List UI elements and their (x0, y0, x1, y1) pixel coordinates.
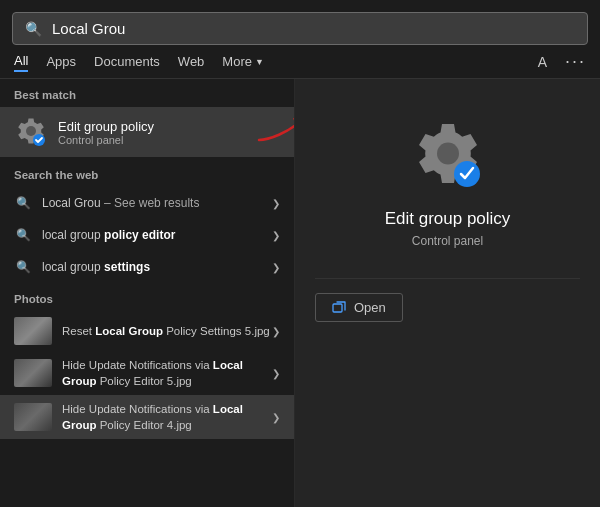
best-match-item[interactable]: Edit group policy Control panel (0, 107, 294, 157)
right-panel-subtitle: Control panel (412, 234, 483, 248)
tab-all[interactable]: All (14, 51, 28, 72)
web-query-1: Local Grou (42, 196, 101, 210)
tab-web[interactable]: Web (178, 54, 205, 69)
best-match-text: Edit group policy Control panel (58, 119, 280, 146)
best-match-section: Best match Edit gr (0, 87, 294, 157)
photo-thumb-1 (14, 317, 52, 345)
open-button[interactable]: Open (315, 293, 403, 322)
right-panel: Edit group policy Control panel Open (295, 79, 600, 507)
search-web-icon-1: 🔍 (14, 194, 32, 212)
photo-arrow-2: ❯ (272, 368, 280, 379)
photo-text-1: Reset Local Group Policy Settings 5.jpg (62, 323, 272, 339)
tab-apps[interactable]: Apps (46, 52, 76, 71)
photo-text-3: Hide Update Notifications via Local Grou… (62, 401, 272, 433)
more-options-button[interactable]: ··· (565, 51, 586, 72)
web-result-1[interactable]: 🔍 Local Grou – See web results ❯ (0, 187, 294, 219)
open-icon (332, 301, 346, 315)
search-icon: 🔍 (25, 21, 42, 37)
web-arrow-1: ❯ (272, 198, 280, 209)
tab-documents[interactable]: Documents (94, 54, 160, 69)
group-policy-icon (14, 115, 48, 149)
svg-rect-5 (333, 304, 342, 312)
svg-point-0 (26, 126, 36, 136)
photo-result-1[interactable]: Reset Local Group Policy Settings 5.jpg … (0, 311, 294, 351)
web-result-3[interactable]: 🔍 local group settings ❯ (0, 251, 294, 283)
search-input[interactable] (52, 20, 575, 37)
photos-section: Photos Reset Local Group Policy Settings… (0, 291, 294, 439)
search-tabs: All Apps Documents Web More ▼ A ··· (0, 45, 600, 79)
photo-arrow-1: ❯ (272, 326, 280, 337)
web-arrow-2: ❯ (272, 230, 280, 241)
photo-text-2: Hide Update Notifications via Local Grou… (62, 357, 272, 389)
web-arrow-3: ❯ (272, 262, 280, 273)
right-panel-title: Edit group policy (385, 209, 511, 229)
best-match-label: Best match (0, 87, 294, 107)
best-match-title: Edit group policy (58, 119, 280, 134)
search-web-icon-2: 🔍 (14, 226, 32, 244)
search-web-label: Search the web (0, 167, 294, 187)
search-bar[interactable]: 🔍 (12, 12, 588, 45)
tab-more[interactable]: More ▼ (222, 54, 264, 69)
best-match-subtitle: Control panel (58, 134, 280, 146)
search-web-section: Search the web 🔍 Local Grou – See web re… (0, 167, 294, 283)
open-label: Open (354, 300, 386, 315)
web-see-results-1: – See web results (101, 196, 200, 210)
photo-thumb-2 (14, 359, 52, 387)
search-web-icon-3: 🔍 (14, 258, 32, 276)
photos-label: Photos (0, 291, 294, 311)
svg-point-3 (437, 143, 459, 165)
photo-result-3[interactable]: Hide Update Notifications via Local Grou… (0, 395, 294, 439)
web-result-2[interactable]: 🔍 local group policy editor ❯ (0, 219, 294, 251)
photo-arrow-3: ❯ (272, 412, 280, 423)
left-panel: Best match Edit gr (0, 79, 295, 507)
right-panel-icon (412, 119, 484, 191)
red-arrow (249, 112, 295, 147)
font-size-toggle[interactable]: A (538, 54, 547, 70)
photo-result-2[interactable]: Hide Update Notifications via Local Grou… (0, 351, 294, 395)
photo-thumb-3 (14, 403, 52, 431)
